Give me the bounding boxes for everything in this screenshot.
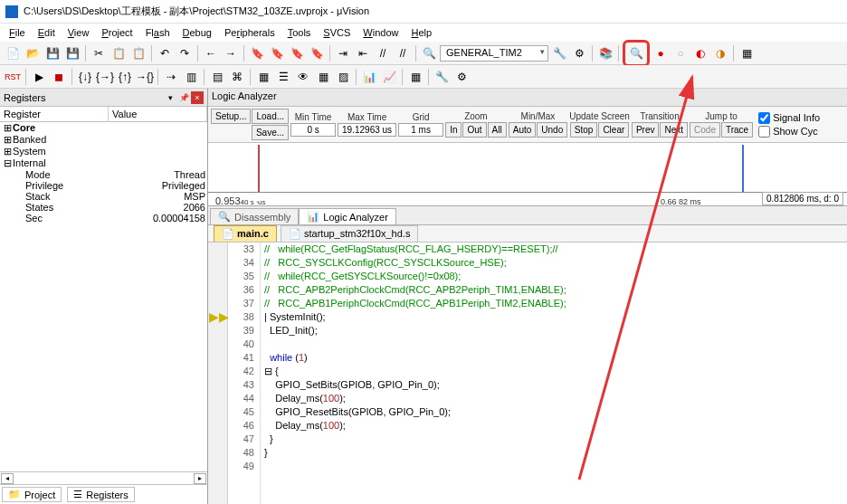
update-stop-button[interactable]: Stop (570, 122, 598, 138)
configure-button[interactable]: 🔧 (550, 44, 568, 62)
show-cycles-checkbox[interactable]: Show Cyc (758, 126, 820, 138)
menu-tools[interactable]: Tools (282, 25, 317, 40)
watch-button[interactable]: 👁 (294, 68, 312, 86)
code-content[interactable]: // while(RCC_GetFlagStatus(RCC_FLAG_HSER… (261, 242, 847, 504)
breakpoint-disable-icon[interactable]: ◐ (691, 44, 709, 62)
minmax-auto-button[interactable]: Auto (509, 122, 537, 138)
transition-prev-button[interactable]: Prev (632, 122, 660, 138)
memory-button[interactable]: ▦ (314, 68, 332, 86)
menu-project[interactable]: Project (96, 25, 138, 40)
window-layout-button[interactable]: ▦ (738, 44, 756, 62)
register-row[interactable]: StackMSP (0, 191, 207, 202)
menu-file[interactable]: File (4, 25, 31, 40)
breakpoint-kill-icon[interactable]: ◑ (711, 44, 729, 62)
disasm-window-button[interactable]: ▤ (208, 68, 226, 86)
menu-view[interactable]: View (62, 25, 95, 40)
run-to-cursor-button[interactable]: →{} (136, 68, 154, 86)
tab-disassembly[interactable]: 🔍 Disassembly (210, 208, 299, 224)
register-row[interactable]: Sec0.00004158 (0, 213, 207, 223)
register-row[interactable]: ⊟Internal (0, 157, 207, 169)
bookmark-prev-button[interactable]: 🔖 (288, 44, 306, 62)
menu-peripherals[interactable]: Peripherals (219, 25, 281, 40)
open-button[interactable]: 📂 (24, 44, 42, 62)
find-button[interactable]: 🔍 (420, 44, 438, 62)
cut-button[interactable]: ✂ (90, 44, 108, 62)
file-tab-main[interactable]: 📄 main.c (214, 225, 277, 242)
menu-svcs[interactable]: SVCS (318, 25, 356, 40)
menu-debug[interactable]: Debug (177, 25, 217, 40)
nav-fwd-button[interactable]: → (222, 44, 240, 62)
options-button[interactable]: ⚙ (570, 44, 588, 62)
scroll-right-icon[interactable]: ▸ (194, 473, 206, 484)
logic-analyzer-waveform[interactable]: 0.95340 s ·us 0.66 82 ms 0.812806 ms, d:… (208, 143, 847, 206)
toolbox-button[interactable]: 🔧 (433, 68, 451, 86)
step-into-button[interactable]: {↓} (76, 68, 94, 86)
symbols-button[interactable]: ⌘ (228, 68, 246, 86)
outdent-button[interactable]: ⇤ (354, 44, 372, 62)
breakpoint-insert-icon[interactable]: ● (652, 44, 670, 62)
undo-button[interactable]: ↶ (156, 44, 174, 62)
bookmark-next-button[interactable]: 🔖 (268, 44, 286, 62)
register-row[interactable]: States2066 (0, 202, 207, 213)
registers-window-button[interactable]: ▦ (254, 68, 272, 86)
system-viewer-button[interactable]: ▦ (406, 68, 424, 86)
show-next-button[interactable]: ⇢ (162, 68, 180, 86)
register-row[interactable]: ⊞Core (0, 122, 207, 134)
registers-tree[interactable]: ⊞Core⊞Banked⊞System⊟InternalModeThreadPr… (0, 122, 207, 297)
trace-button[interactable]: 📈 (380, 68, 398, 86)
la-save-button[interactable]: Save... (252, 125, 289, 140)
scroll-left-icon[interactable]: ◂ (1, 473, 14, 484)
command-window-button[interactable]: ▥ (182, 68, 200, 86)
comment-button[interactable]: // (374, 44, 392, 62)
register-row[interactable]: ⊞System (0, 146, 207, 157)
target-combo[interactable]: GENERAL_TIM2 (440, 45, 548, 62)
uncomment-button[interactable]: // (394, 44, 412, 62)
redo-button[interactable]: ↷ (176, 44, 194, 62)
transition-next-button[interactable]: Next (660, 122, 688, 138)
tab-registers[interactable]: ☰ Registers (67, 487, 134, 502)
menu-flash[interactable]: Flash (140, 25, 176, 40)
signal-info-checkbox[interactable]: Signal Info (758, 112, 820, 124)
menu-help[interactable]: Help (405, 25, 437, 40)
save-button[interactable]: 💾 (43, 44, 62, 62)
save-all-button[interactable]: 💾 (63, 44, 81, 62)
breakpoint-gutter[interactable]: ▶▶ (208, 242, 228, 504)
update-clear-button[interactable]: Clear (598, 122, 629, 138)
register-row[interactable]: ⊞Banked (0, 134, 207, 146)
menu-window[interactable]: Window (357, 25, 404, 40)
start-debug-button[interactable]: 🔍 (627, 44, 645, 62)
bookmark-clear-button[interactable]: 🔖 (308, 44, 326, 62)
minmax-undo-button[interactable]: Undo (537, 122, 567, 138)
indent-button[interactable]: ⇥ (334, 44, 352, 62)
breakpoint-enable-icon[interactable]: ○ (671, 44, 690, 62)
step-over-button[interactable]: {→} (96, 68, 114, 86)
call-stack-button[interactable]: ☰ (274, 68, 292, 86)
analysis-button[interactable]: 📊 (360, 68, 378, 86)
value-col-header[interactable]: Value (109, 107, 207, 121)
zoom-all-button[interactable]: All (488, 122, 507, 138)
file-tab-startup[interactable]: 📄 startup_stm32f10x_hd.s (281, 225, 418, 242)
copy-button[interactable]: 📋 (109, 44, 128, 62)
jump-code-button[interactable]: Code (690, 122, 720, 138)
run-button[interactable]: ▶ (30, 68, 48, 86)
panel-close-icon[interactable]: × (191, 91, 204, 104)
zoom-in-button[interactable]: In (445, 122, 462, 138)
bookmark-button[interactable]: 🔖 (248, 44, 266, 62)
step-out-button[interactable]: {↑} (116, 68, 134, 86)
register-row[interactable]: PrivilegePrivileged (0, 180, 207, 191)
books-button[interactable]: 📚 (596, 44, 614, 62)
la-load-button[interactable]: Load... (252, 109, 289, 124)
register-row[interactable]: ModeThread (0, 169, 207, 180)
la-setup-button[interactable]: Setup... (211, 109, 251, 124)
register-col-header[interactable]: Register (0, 107, 109, 121)
tab-logic-analyzer[interactable]: 📊 Logic Analyzer (299, 208, 396, 224)
new-button[interactable]: 📄 (4, 44, 22, 62)
jump-trace-button[interactable]: Trace (721, 122, 753, 138)
reset-button[interactable]: RST (4, 68, 22, 86)
menu-edit[interactable]: Edit (33, 25, 61, 40)
stop-button[interactable]: ◼ (50, 68, 68, 86)
paste-button[interactable]: 📋 (129, 44, 148, 62)
tab-project[interactable]: 📁 Project (2, 487, 62, 502)
code-editor[interactable]: ▶▶ 3334353637383940414243444546474849 //… (208, 242, 847, 504)
debug-settings-button[interactable]: ⚙ (452, 68, 471, 86)
